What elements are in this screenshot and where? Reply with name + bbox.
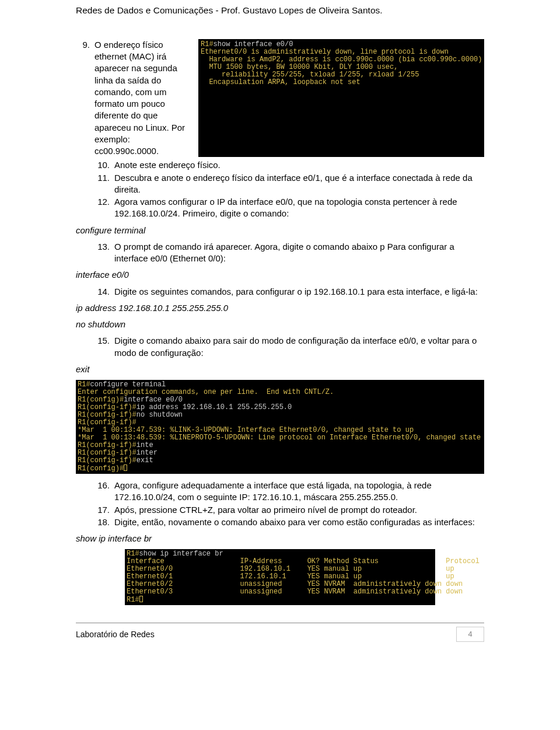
t2-p6: R1(config-if)# <box>78 418 136 427</box>
t2-p9: R1(config-if)# <box>78 441 136 449</box>
list-item-16: 16.Agora, configure adequadamente a inte… <box>96 480 484 504</box>
t3-r1: Ethernet0/0 192.168.10.1 YES manual up u… <box>127 565 454 573</box>
t3-hdr: Interface IP-Address OK? Method Status P… <box>127 557 480 565</box>
page-number: 4 <box>456 627 484 642</box>
document-page: Redes de Dados e Comunicações - Prof. Gu… <box>0 0 560 651</box>
cmd-no-shutdown: no shutdown <box>76 319 484 330</box>
t2-c11: exit <box>136 456 153 464</box>
t2-p3: R1(config)# <box>78 396 124 404</box>
li17-text: Após, pressione CTRL+Z, para voltar ao p… <box>114 504 484 516</box>
cursor-icon <box>124 464 127 471</box>
t2-p5: R1(config-if)# <box>78 411 136 419</box>
item-9-number: 9. <box>76 39 92 158</box>
term1-cmd-1: show interface e0/0 <box>214 40 293 48</box>
t2-c1: configure terminal <box>90 380 166 389</box>
t3-p6: R1# <box>127 596 139 604</box>
li15-num: 15. <box>96 335 111 359</box>
list-item-17: 17.Após, pressione CTRL+Z, para voltar a… <box>96 504 484 516</box>
terminal-output-1: R1#show interface e0/0 Ethernet0/0 is ad… <box>198 39 484 158</box>
term1-line-6: Encapsulation ARPA, loopback not set <box>201 78 360 86</box>
t2-p4: R1(config-if)# <box>78 403 136 411</box>
t3-r4: Ethernet0/3 unassigned YES NVRAM adminis… <box>127 588 463 596</box>
term1-line-3: Hardware is AmdP2, address is cc00.990c.… <box>201 55 482 64</box>
ordered-list-c: 14.Digite os seguintes comandos, para co… <box>76 286 484 298</box>
item-9-text: O endereço físico ethernet (MAC) irá apa… <box>94 39 194 158</box>
cmd-configure-terminal: configure terminal <box>76 225 484 236</box>
t3-c1: show ip interface br <box>139 550 223 558</box>
li16-text: Agora, configure adequadamente a interfa… <box>114 480 484 504</box>
terminal-output-3: R1#show ip interface br Interface IP-Add… <box>125 549 435 605</box>
list-item-11: 11.Descubra e anote o endereço físico da… <box>96 172 484 196</box>
t2-c5: no shutdown <box>136 411 183 419</box>
page-footer: Laboratório de Redes 4 <box>76 623 484 645</box>
t2-c3: interface e0/0 <box>124 396 183 404</box>
t2-l7: *Mar 1 00:13:47.539: %LINK-3-UPDOWN: Int… <box>78 426 414 434</box>
li16-num: 16. <box>96 480 111 504</box>
cmd-interface: interface e0/0 <box>76 269 484 281</box>
li17-num: 17. <box>96 504 111 516</box>
li15-text: Digite o comando abaixo para sair do mod… <box>114 335 484 359</box>
li13-num: 13. <box>96 241 111 265</box>
t2-c10: inter <box>136 449 158 457</box>
ordered-list-e: 16.Agora, configure adequadamente a inte… <box>76 480 484 528</box>
t2-l8: *Mar 1 00:13:48.539: %LINEPROTO-5-UPDOWN… <box>78 434 484 442</box>
cmd-show-ip-interface: show ip interface br <box>76 533 484 544</box>
t2-p11: R1(config-if)# <box>78 456 136 464</box>
term1-line-4: MTU 1500 bytes, BW 10000 Kbit, DLY 1000 … <box>201 63 398 71</box>
t3-p1: R1# <box>127 550 139 558</box>
li18-text: Digite, então, novamente o comando abaix… <box>114 516 484 528</box>
li12-num: 12. <box>96 196 111 220</box>
t2-p1: R1# <box>78 380 90 389</box>
li13-text: O prompt de comando irá aparecer. Agora,… <box>114 241 484 265</box>
cmd-exit: exit <box>76 364 484 375</box>
li11-text: Descubra e anote o endereço físico da in… <box>114 172 484 196</box>
t3-r3: Ethernet0/2 unassigned YES NVRAM adminis… <box>127 580 463 588</box>
li12-text: Agora vamos configurar o IP da interface… <box>114 196 484 220</box>
term1-line-5: reliability 255/255, txload 1/255, rxloa… <box>201 71 419 79</box>
page-header: Redes de Dados e Comunicações - Prof. Gu… <box>76 5 484 17</box>
ordered-list-a: 10.Anote este endereço físico. 11.Descub… <box>76 159 484 219</box>
list-item-10: 10.Anote este endereço físico. <box>96 159 484 171</box>
list-item-14: 14.Digite os seguintes comandos, para co… <box>96 286 484 298</box>
li18-num: 18. <box>96 516 111 528</box>
t3-r2: Ethernet0/1 172.16.10.1 YES manual up up <box>127 572 454 581</box>
t2-c9: inte <box>136 441 153 449</box>
li10-num: 10. <box>96 159 111 171</box>
li14-text: Digite os seguintes comandos, para confi… <box>114 286 484 298</box>
cursor-icon <box>139 596 143 602</box>
list-item-13: 13.O prompt de comando irá aparecer. Ago… <box>96 241 484 265</box>
item-9-block: 9. O endereço físico ethernet (MAC) irá … <box>76 39 484 158</box>
list-item-18: 18.Digite, então, novamente o comando ab… <box>96 516 484 528</box>
li11-num: 11. <box>96 172 111 196</box>
li14-num: 14. <box>96 286 111 298</box>
list-item-15: 15.Digite o comando abaixo para sair do … <box>96 335 484 359</box>
list-item-12: 12.Agora vamos configurar o IP da interf… <box>96 196 484 220</box>
t2-p12: R1(config)# <box>78 464 124 473</box>
ordered-list-d: 15.Digite o comando abaixo para sair do … <box>76 335 484 359</box>
ordered-list-b: 13.O prompt de comando irá aparecer. Ago… <box>76 241 484 265</box>
t2-c4: ip address 192.168.10.1 255.255.255.0 <box>136 403 292 411</box>
t2-l2: Enter configuration commands, one per li… <box>78 388 334 396</box>
li10-text: Anote este endereço físico. <box>114 159 484 171</box>
cmd-ip-address: ip address 192.168.10.1 255.255.255.0 <box>76 302 484 314</box>
term1-prompt-1: R1# <box>201 40 214 48</box>
term1-line-2: Ethernet0/0 is administratively down, li… <box>201 48 449 56</box>
t2-p10: R1(config-if)# <box>78 449 136 457</box>
terminal-output-2: R1#configure terminal Enter configuratio… <box>76 380 484 474</box>
footer-title: Laboratório de Redes <box>76 629 155 640</box>
